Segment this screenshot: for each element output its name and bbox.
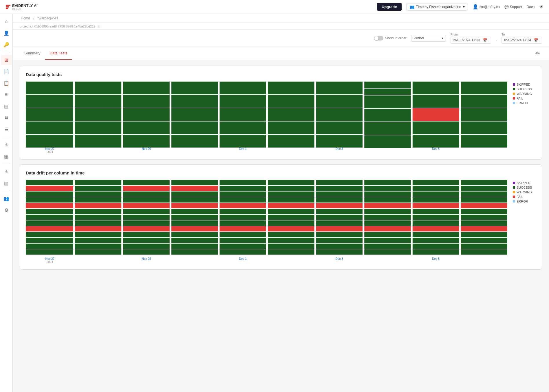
svg-rect-182 [364,192,411,197]
sidebar-item-team[interactable]: 👥 [1,193,12,204]
period-selector[interactable]: Period ▾ [411,35,446,42]
breadcrumb-project[interactable]: rwarpeojwxr1 [38,16,58,20]
drift-chart-svg [26,180,508,255]
legend-fail-label: FAIL [517,97,523,100]
show-in-order-toggle: Show in order [374,36,407,41]
legend-fail: FAIL [513,97,536,100]
svg-rect-181 [364,186,411,191]
svg-rect-46 [316,95,363,108]
quality-x-label-6: Dec 3 [315,147,364,154]
legend-success-label: SUCCESS [517,87,532,91]
legend-fail-dot [513,97,515,100]
drift-legend-error: ERROR [513,200,536,203]
sidebar-item-table[interactable]: ▤ [1,101,12,111]
to-date-input[interactable]: 05/12/2024 17:34 📅 [502,37,542,44]
edit-icon[interactable]: ✏ [533,48,542,59]
svg-rect-166 [268,249,314,255]
sidebar: ⌂ 👤 🔑 ⊞ 📄 📋 ≡ ▤ 🖥 ☰ ⚠ [0,14,13,392]
quality-chart-card: Data quality tests [20,66,542,160]
drift-legend-warning-dot [513,191,515,193]
svg-rect-95 [26,215,73,220]
theme-toggle-button[interactable]: ☀ [539,4,543,10]
svg-rect-99 [26,238,73,243]
svg-rect-131 [171,197,218,203]
svg-rect-199 [413,215,459,220]
svg-rect-56 [413,82,459,94]
quality-x-label-2: Nov 29 [122,147,171,154]
copy-icon[interactable]: ⎘ [98,24,100,28]
sidebar-item-monitor[interactable]: 🖥 [1,113,12,123]
svg-rect-108 [75,215,122,220]
top-navigation: EVIDENTLY AI CLOUD Upgrade 👥 Timothy Fis… [0,0,549,14]
svg-rect-140 [171,249,218,255]
legend-success-dot [513,88,515,90]
svg-rect-120 [123,209,170,214]
sidebar-item-key[interactable]: 🔑 [1,39,12,50]
breadcrumb-bar: Home / rwarpeojwxr1 [13,14,549,23]
sidebar-item-list2[interactable]: ☰ [1,124,12,135]
svg-rect-64 [461,122,507,134]
legend-skipped-dot [513,83,515,86]
logo-text-block: EVIDENTLY AI CLOUD [12,3,38,10]
tab-data-tests[interactable]: Data Tests [45,47,72,60]
svg-rect-44 [268,135,314,148]
logo: EVIDENTLY AI CLOUD [6,3,38,10]
alert-icon: ⚠ [4,142,8,148]
svg-rect-213 [461,220,507,226]
svg-rect-194 [413,186,459,191]
svg-rect-174 [316,220,363,226]
svg-rect-103 [75,186,122,191]
drift-chart-wrapper: Nov 272024 Nov 29 Dec 1 Dec 3 Dec 5 [26,180,508,264]
logo-bar-3 [6,8,8,9]
svg-rect-150 [219,232,266,237]
svg-rect-126 [123,244,170,249]
sidebar-item-dashboard[interactable]: ⊞ [1,55,12,65]
from-date-input[interactable]: 26/11/2024 17:33 📅 [451,37,491,44]
sidebar-item-reports[interactable]: 📄 [1,66,12,77]
legend-error: ERROR [513,101,536,105]
breadcrumb-home[interactable]: Home [21,16,30,20]
settings-icon: ⚙ [4,207,8,213]
svg-rect-178 [316,244,363,249]
svg-rect-173 [316,215,363,220]
tab-summary[interactable]: Summary [20,47,45,60]
sidebar-item-list[interactable]: ≡ [1,89,12,100]
svg-rect-55 [364,135,411,148]
user-email[interactable]: 👤 tim@rafay.co [473,4,500,10]
upgrade-button[interactable]: Upgrade [377,3,402,11]
sidebar-item-rules[interactable]: ▦ [1,151,12,161]
breadcrumb: Home / rwarpeojwxr1 [20,16,59,20]
svg-rect-42 [268,108,314,121]
drift-x-labels: Nov 272024 Nov 29 Dec 1 Dec 3 Dec 5 [26,257,508,264]
quality-x-label-4: Dec 1 [219,147,267,154]
support-link[interactable]: 💬 Support [504,5,522,9]
svg-rect-109 [75,220,122,226]
org-selector[interactable]: 👥 Timothy Fisher's organization ▾ [406,3,468,11]
drift-x-label-8: Dec 5 [412,257,460,264]
sidebar-item-home[interactable]: ⌂ [1,16,12,27]
quality-chart-legend: SKIPPED SUCCESS WARNING FAIL [513,82,536,105]
svg-rect-197 [413,203,459,208]
svg-rect-144 [219,197,266,203]
sidebar-item-alert[interactable]: ⚠ [1,139,12,150]
svg-rect-136 [171,226,218,231]
svg-rect-204 [413,244,459,249]
docs-link[interactable]: Docs [527,5,535,9]
legend-warning-label: WARNING [517,92,532,95]
sidebar-item-users[interactable]: 👤 [1,28,12,38]
sidebar-item-snapshots[interactable]: 📋 [1,78,12,88]
table-icon: ▤ [4,104,8,109]
svg-rect-134 [171,215,218,220]
sidebar-item-rows[interactable]: ▤ [1,178,12,188]
sidebar-item-settings[interactable]: ⚙ [1,205,12,215]
drift-legend-warning: WARNING [513,190,536,194]
svg-rect-193 [413,180,459,185]
logo-subtitle: CLOUD [12,8,38,10]
svg-rect-155 [268,186,314,191]
svg-rect-209 [461,197,507,203]
to-calendar-icon: 📅 [534,38,538,42]
svg-rect-27 [123,108,170,121]
team-icon: 👥 [3,196,9,201]
toggle-track[interactable] [374,36,383,41]
sidebar-item-alert2[interactable]: ⚠ [1,166,12,177]
